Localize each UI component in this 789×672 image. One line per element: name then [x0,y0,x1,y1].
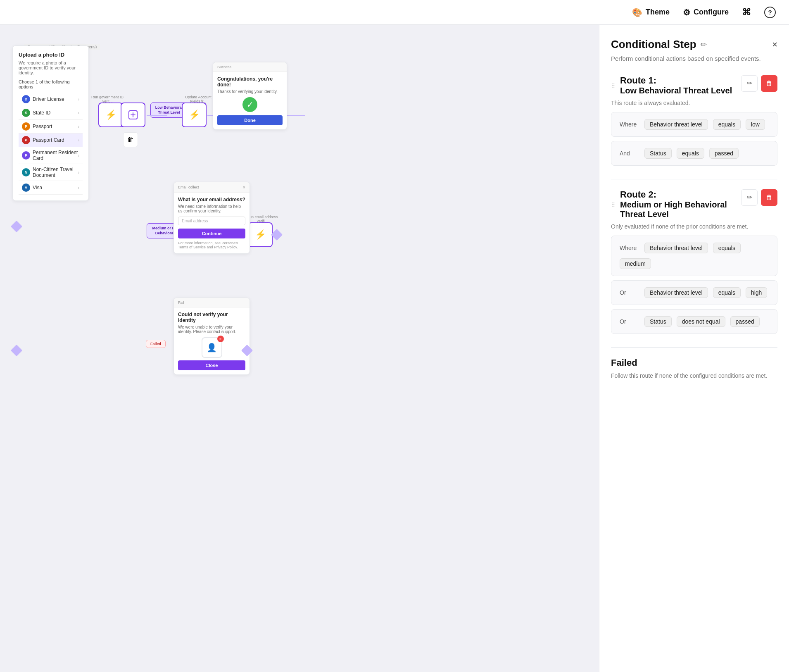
condition-tag-high: high [746,287,767,298]
delete-route-2-button[interactable]: 🗑 [761,189,777,206]
route-2-description: Only evaluated if none of the prior cond… [611,223,777,230]
condition-tag-equals-2: equals [677,148,704,159]
list-item[interactable]: PPermanent Resident Card › [19,147,83,164]
list-item[interactable]: SState ID › [19,106,83,120]
theme-nav-item[interactable]: 🎨 Theme [632,7,670,17]
edit-route-1-button[interactable]: ✏ [741,75,758,92]
condition-tag-medium: medium [620,258,651,269]
connector-2 [147,115,167,116]
email-close-icon[interactable]: × [243,185,245,190]
drag-handle-route-2[interactable]: ⠿ [611,202,616,208]
visa-dot: V [22,183,30,192]
done-button[interactable]: Done [217,115,283,125]
email-header: Email collect × [174,182,250,193]
success-screen: Success Congratulations, you're done! Th… [213,62,287,130]
chevron-right-icon: › [78,97,79,102]
flow-node-run-gov[interactable]: ⚡ [98,102,123,127]
chevron-right-icon: › [78,170,79,175]
route-2-header: ⠿ Route 2: Medium or High Behavioral Thr… [611,189,777,221]
route-2-condition-3: Or Status does not equal passed [611,309,777,334]
travel-doc-label: Non-Citizen Travel Document [33,167,78,178]
route-1-number-name: Route 1: Low Behavioral Threat Level [620,75,732,97]
list-item[interactable]: PPassport › [19,120,83,133]
id-panel-choose: Choose 1 of the following options [19,79,83,89]
help-icon[interactable]: ? [764,7,776,18]
diamond-node-left [11,221,22,232]
failed-error-icon: 👤 × [202,337,222,358]
route-2-title-area: ⠿ Route 2: Medium or High Behavioral Thr… [611,189,741,221]
route-2-condition-2: Or Behavior threat level equals high [611,280,777,305]
route-2-condition-1: Where Behavior threat level equals mediu… [611,236,777,276]
route-2-number: Route 2: [620,189,656,200]
failed-screen: Fail Could not verify your identity We w… [173,298,250,375]
list-item[interactable]: VVisa › [19,181,83,195]
success-subtitle: Thanks for verifying your identity. [217,89,283,94]
list-item[interactable]: NNon-Citizen Travel Document › [19,164,83,181]
visa-label: Visa [33,185,42,191]
email-title: What is your email address? [178,197,245,203]
perm-resident-label: Permanent Resident Card [33,150,78,161]
panel-title: Conditional Step [611,38,696,51]
configure-nav-item[interactable]: ⚙ Configure [683,7,729,17]
success-title: Congratulations, you're done! [217,76,283,88]
passport-card-dot: P [22,136,30,144]
failed-route-title: Failed [611,357,777,368]
and-label-r1: And [620,150,639,157]
driver-license-label: Driver License [33,96,64,102]
close-panel-button[interactable]: × [772,39,777,50]
top-navigation: 🎨 Theme ⚙ Configure ⌘ ? [0,0,789,25]
condition-tag-low: low [746,119,765,130]
id-panel-subtitle: We require a photo of a government ID to… [19,60,83,75]
right-panel: Conditional Step ✏ × Perform conditional… [599,25,789,672]
list-item[interactable]: PPassport Card › [19,133,83,147]
edit-title-button[interactable]: ✏ [701,40,707,49]
drag-handle-route-1[interactable]: ⠿ [611,83,616,89]
diamond-failed-left [11,345,22,356]
state-id-label: State ID [33,110,50,116]
state-id-dot: S [22,109,30,117]
driver-license-dot: D [22,95,30,103]
edit-route-2-button[interactable]: ✏ [741,189,758,206]
theme-icon: 🎨 [632,7,642,17]
id-upload-panel: Upload a photo ID We require a photo of … [12,45,89,201]
canvas-area: Government ID verificati... (5 screens) … [0,25,599,672]
condition-tag-passed-1: passed [709,148,739,159]
chevron-right-icon: › [78,124,79,129]
condition-tag-status: Status [644,148,672,159]
perm-resident-dot: P [22,151,30,160]
condition-tag-passed-r2: passed [730,316,760,327]
route-2-number-name: Route 2: Medium or High Behavioral Threa… [620,189,741,221]
condition-tag-equals-r2b: equals [713,287,741,298]
route-2-name: Medium or High Behavioral Threat Level [620,200,741,219]
delete-conditional-btn[interactable]: 🗑 [123,132,138,147]
condition-tag-does-not-equal: does not equal [677,316,725,327]
delete-route-1-button[interactable]: 🗑 [761,75,777,92]
flow-node-2[interactable]: ⚡ [182,102,207,127]
route-2-section: ⠿ Route 2: Medium or High Behavioral Thr… [611,189,777,334]
conditional-node[interactable] [121,102,145,127]
passport-card-label: Passport Card [33,137,64,143]
main-layout: Government ID verificati... (5 screens) … [0,25,789,672]
route-1-name: Low Behavioral Threat Level [620,86,732,95]
flow-node-email[interactable]: ⚡ [248,222,273,247]
where-label-r1: Where [620,121,639,128]
condition-tag-behavior-r2b: Behavior threat level [644,287,708,298]
route-1-section: ⠿ Route 1: Low Behavioral Threat Level ✏… [611,75,777,166]
continue-button[interactable]: Continue [178,229,245,238]
condition-tag-equals-1: equals [713,119,741,130]
failed-header: Fail [174,298,250,307]
condition-tag-behavior-r2a: Behavior threat level [644,243,708,253]
failed-section: Failed Follow this route if none of the … [611,357,777,380]
email-screen: Email collect × What is your email addre… [173,182,250,254]
close-button[interactable]: Close [178,360,245,370]
canvas-content: Government ID verificati... (5 screens) … [8,33,591,661]
route-1-condition-2: And Status equals passed [611,141,777,166]
keyboard-shortcut-icon[interactable]: ⌘ [742,7,751,18]
failed-title: Could not verify your identity [178,312,245,323]
list-item[interactable]: DDriver License › [19,93,83,106]
passport-label: Passport [33,124,52,129]
panel-header: Conditional Step ✏ × [611,38,777,51]
configure-icon: ⚙ [683,7,690,17]
id-panel-title: Upload a photo ID [19,52,83,58]
route-1-header: ⠿ Route 1: Low Behavioral Threat Level ✏… [611,75,777,97]
